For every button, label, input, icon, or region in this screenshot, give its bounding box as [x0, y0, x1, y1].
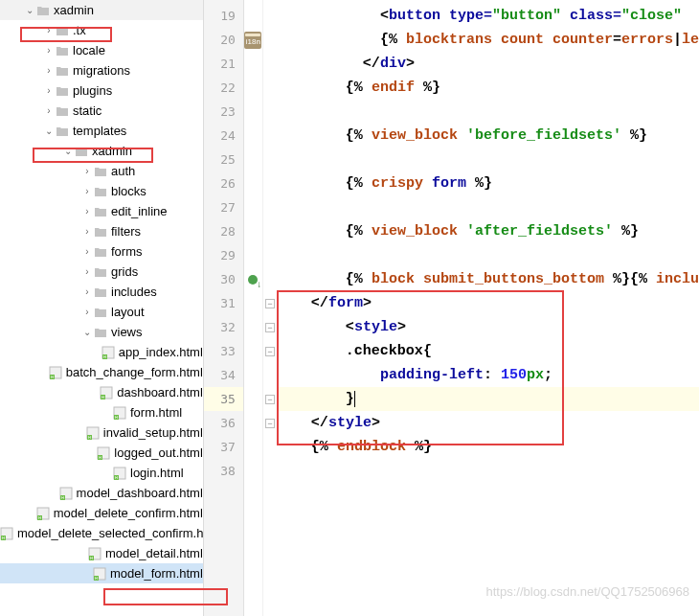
folder-node[interactable]: ⌄xadmin	[0, 141, 203, 161]
folder-icon	[36, 4, 50, 17]
chevron-down-icon[interactable]: ⌄	[42, 125, 56, 136]
code-line[interactable]	[277, 459, 699, 483]
file-node[interactable]: Hlogin.html	[0, 463, 203, 483]
fold-toggle-icon[interactable]: −	[263, 411, 277, 435]
mark-empty	[244, 315, 262, 339]
chevron-right-icon[interactable]: ›	[80, 166, 94, 176]
code-line[interactable]	[277, 100, 699, 124]
code-line[interactable]: {% endblock %}	[277, 435, 699, 459]
folder-node[interactable]: ⌄templates	[0, 121, 203, 141]
line-number: 33	[204, 339, 243, 363]
code-line[interactable]: {% blocktrans count counter=errors|le	[277, 28, 699, 52]
file-node[interactable]: Hmodel_detail.html	[0, 543, 203, 563]
code-line[interactable]: .checkbox{	[277, 339, 699, 363]
folder-node[interactable]: ⌄views	[0, 322, 203, 342]
folder-node[interactable]: ›filters	[0, 221, 203, 241]
folder-node[interactable]: ›edit_inline	[0, 201, 203, 221]
code-line[interactable]: <button type="button" class="close"	[277, 4, 699, 28]
chevron-right-icon[interactable]: ›	[42, 65, 56, 76]
chevron-right-icon[interactable]: ›	[80, 307, 94, 317]
folder-node[interactable]: ⌄xadmin	[0, 0, 203, 20]
code-line[interactable]: {% crispy form %}	[277, 171, 699, 195]
code-line[interactable]: padding-left: 150px;	[277, 363, 699, 387]
code-line[interactable]	[277, 243, 699, 267]
line-number: 37	[204, 435, 243, 459]
chevron-right-icon[interactable]: ›	[80, 206, 94, 217]
chevron-right-icon[interactable]: ›	[80, 186, 94, 196]
line-number: 25	[204, 148, 243, 171]
file-node[interactable]: Happ_index.html	[0, 342, 203, 362]
chevron-down-icon[interactable]: ⌄	[80, 327, 94, 337]
folder-node[interactable]: ›forms	[0, 241, 203, 262]
project-tree-sidebar[interactable]: ⌄xadmin›.tx›locale›migrations›plugins›st…	[0, 0, 204, 616]
tree-item-label: invalid_setup.html	[103, 425, 203, 440]
chevron-down-icon[interactable]: ⌄	[23, 5, 36, 15]
folder-icon	[56, 24, 69, 37]
code-line[interactable]: {% block submit_buttons_bottom %}{% incl…	[277, 267, 699, 291]
code-line[interactable]: <style>	[277, 315, 699, 339]
code-line[interactable]	[277, 195, 699, 219]
code-editor[interactable]: 1920212223242526272829303132333435363738…	[204, 0, 699, 616]
folder-node[interactable]: ›migrations	[0, 60, 203, 80]
tree-item-label: model_dashboard.html	[77, 486, 203, 500]
svg-text:H: H	[38, 515, 41, 520]
folder-node[interactable]: ›auth	[0, 161, 203, 181]
folder-node[interactable]: ›includes	[0, 282, 203, 302]
code-line[interactable]: </div>	[277, 52, 699, 76]
code-area[interactable]: <button type="button" class="close" {% b…	[277, 0, 699, 616]
folder-node[interactable]: ›layout	[0, 302, 203, 322]
tree-item-label: includes	[111, 285, 157, 299]
code-line[interactable]	[277, 148, 699, 171]
file-node[interactable]: Hmodel_delete_confirm.html	[0, 503, 203, 523]
folder-icon	[75, 145, 88, 158]
fold-toggle-icon[interactable]: −	[263, 291, 277, 315]
chevron-right-icon[interactable]: ›	[42, 85, 56, 96]
fold-toggle-icon[interactable]: −	[263, 315, 277, 339]
svg-text:H: H	[101, 395, 104, 399]
line-number: 19	[204, 4, 243, 28]
file-node[interactable]: Hdashboard.html	[0, 382, 203, 402]
code-line[interactable]: }	[277, 387, 699, 411]
folder-node[interactable]: ›blocks	[0, 181, 203, 201]
html-file-icon: H	[101, 346, 115, 359]
line-number: 36	[204, 411, 243, 435]
code-line[interactable]: {% view_block 'after_fieldsets' %}	[277, 219, 699, 243]
svg-text:H: H	[103, 354, 106, 359]
folder-node[interactable]: ›plugins	[0, 80, 203, 101]
tree-item-label: views	[111, 325, 143, 339]
mark-empty	[244, 4, 262, 28]
code-line[interactable]: {% endif %}	[277, 76, 699, 100]
mark-empty	[244, 291, 262, 315]
file-node[interactable]: Hbatch_change_form.html	[0, 362, 203, 382]
chevron-right-icon[interactable]: ›	[42, 25, 56, 35]
chevron-right-icon[interactable]: ›	[80, 246, 94, 257]
chevron-right-icon[interactable]: ›	[80, 226, 94, 237]
fold-toggle-icon[interactable]: −	[263, 387, 277, 411]
file-node[interactable]: Hinvalid_setup.html	[0, 422, 203, 443]
file-node[interactable]: Hform.html	[0, 402, 203, 422]
file-node[interactable]: Hlogged_out.html	[0, 443, 203, 463]
chevron-down-icon[interactable]: ⌄	[61, 146, 75, 156]
svg-text:H: H	[95, 576, 98, 581]
fold-empty	[263, 28, 277, 52]
file-node[interactable]: Hmodel_dashboard.html	[0, 483, 203, 503]
chevron-right-icon[interactable]: ›	[42, 45, 56, 56]
code-line[interactable]: </form>	[277, 291, 699, 315]
file-node[interactable]: Hmodel_form.html	[0, 563, 203, 583]
fold-empty	[263, 171, 277, 195]
chevron-right-icon[interactable]: ›	[80, 286, 94, 297]
chevron-right-icon[interactable]: ›	[42, 105, 56, 116]
code-line[interactable]: </style>	[277, 411, 699, 435]
mark-empty	[244, 195, 262, 219]
code-line[interactable]: {% view_block 'before_fieldsets' %}	[277, 124, 699, 148]
folder-node[interactable]: ›grids	[0, 262, 203, 282]
folder-icon	[94, 326, 107, 339]
file-node[interactable]: Hmodel_delete_selected_confirm.html	[0, 523, 203, 543]
fold-toggle-icon[interactable]: −	[263, 339, 277, 363]
folder-node[interactable]: ›locale	[0, 40, 203, 60]
mark-empty	[244, 52, 262, 76]
folder-node[interactable]: ›static	[0, 101, 203, 121]
fold-column: −−−−−	[263, 0, 277, 616]
folder-node[interactable]: ›.tx	[0, 20, 203, 40]
chevron-right-icon[interactable]: ›	[80, 266, 94, 277]
